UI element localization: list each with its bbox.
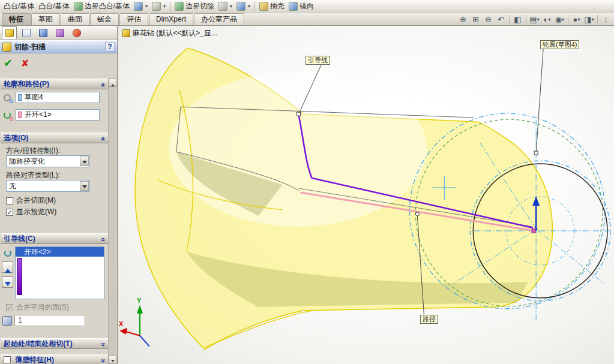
features-toolbar: 凸台/基体 凸台/基体 边界凸台/基体 边界切除 抽壳 镜向 (0, 0, 614, 13)
zoom-area-icon[interactable]: ⊞ (470, 14, 481, 25)
cancel-button[interactable]: ✘ (21, 58, 29, 69)
profile-row: 草图4 (2, 92, 100, 103)
guide-list-item[interactable]: 开环<2> (16, 247, 104, 257)
normal-to-icon[interactable]: ↕ (600, 14, 612, 25)
tab-propertymanager[interactable] (2, 26, 17, 39)
toolbar-button-mirror[interactable]: 镜向 (289, 0, 314, 12)
toolbar-separator (597, 15, 598, 23)
feature-title-bar: 切除-扫描 ? (0, 40, 117, 53)
profile-icon (2, 92, 13, 103)
hide-show-items-icon[interactable]: ◉ (554, 14, 565, 25)
apply-scene-icon[interactable]: ◨ (583, 14, 595, 25)
property-manager-panel: 切除-扫描 ? ✔ ✘ 轮廓和路径(P) 草图4 开环<1> 选项(O) 方向/… (0, 26, 118, 364)
merge-faces-checkbox[interactable] (6, 197, 13, 204)
profile-color-chip (18, 94, 22, 101)
profile-callout[interactable]: 轮廓(草图4) (540, 40, 579, 49)
toolbar-button-boss-2[interactable]: 凸台/基体 (38, 0, 69, 12)
section-thin-feature[interactable]: 薄壁特征(H) (1, 354, 108, 364)
tab-surfaces[interactable]: 曲面 (61, 13, 89, 25)
revolve-icon (134, 2, 143, 11)
path-row: 开环<1> (2, 109, 100, 121)
tab-dimxpertmanager[interactable] (52, 26, 67, 39)
zoom-out-icon[interactable]: ⊖ (483, 14, 494, 25)
z-axis-arrow-icon (140, 336, 149, 347)
move-down-button[interactable] (2, 276, 13, 288)
panel-scrollbar[interactable] (108, 79, 116, 364)
tab-office-products[interactable]: 办公室产品 (194, 13, 244, 25)
tab-configurationmanager[interactable] (35, 26, 50, 39)
zoom-fit-icon[interactable]: ⊕ (457, 14, 469, 25)
tangent-count-icon (2, 316, 12, 326)
feature-tree-root[interactable]: 麻花钻 (默认<<默认>_显... (122, 28, 217, 38)
show-preview-checkbox[interactable] (6, 209, 13, 216)
toolbar-button-boss-1[interactable]: 凸台/基体 (4, 0, 34, 12)
section-view-icon[interactable]: ◧ (512, 14, 523, 25)
edit-appearance-icon[interactable]: ● (571, 14, 582, 25)
guide-curves-list[interactable]: 开环<2> (15, 246, 104, 299)
scroll-down-icon[interactable] (109, 356, 116, 364)
previous-view-icon[interactable]: ↶ (495, 14, 507, 25)
help-button[interactable]: ? (105, 42, 115, 52)
fillet-icon (236, 2, 245, 11)
alignment-dropdown[interactable]: 无 (6, 180, 90, 192)
merge-smooth-checkbox[interactable] (6, 304, 13, 311)
graphics-area[interactable]: Y X 麻花钻 (默认<<默认>_显... 引导线 轮廓(草图4) 路径 (118, 26, 614, 364)
feature-tree-label: 麻花钻 (默认<<默认>_显... (133, 28, 217, 38)
toolbar-dropdown-1[interactable] (134, 0, 148, 12)
view-orientation-icon[interactable]: ▤ (529, 14, 540, 25)
guide-attach-marker (297, 112, 301, 116)
expand-chevron-icon (98, 341, 108, 348)
toolbar-button-boundary-boss[interactable]: 边界凸台/基体 (74, 0, 130, 12)
section-start-end-tangency[interactable]: 起始处/结束处相切(T) (1, 338, 108, 349)
path-attach-marker (415, 212, 419, 216)
tab-sheet-metal[interactable]: 钣金 (90, 13, 119, 25)
sweep-icon (152, 2, 161, 11)
tab-dimxpert[interactable]: DimXpert (149, 13, 193, 25)
section-options[interactable]: 选项(O) (1, 133, 108, 143)
toolbar-dropdown-4[interactable] (236, 0, 250, 12)
section-guide-curves[interactable]: 引导线(C) (1, 233, 108, 244)
dropdown-arrow-icon[interactable] (80, 181, 89, 191)
cut-sweep-icon (2, 43, 11, 52)
toolbar-dropdown-3[interactable] (218, 0, 232, 12)
profile-leader-line (536, 49, 543, 153)
tab-displaymanager[interactable] (69, 26, 84, 39)
merge-smooth-row: 合并平滑的面(S) (6, 302, 69, 312)
tab-evaluate[interactable]: 评估 (119, 13, 148, 25)
tangent-count-field[interactable]: 1 (14, 315, 85, 326)
dropdown-arrow-icon[interactable] (80, 157, 89, 166)
path-callout[interactable]: 路径 (420, 315, 438, 324)
y-axis-label: Y (137, 297, 142, 304)
path-endpoint-marker[interactable] (532, 229, 535, 233)
toolbar-separator (254, 1, 255, 11)
tab-features[interactable]: 特征 (2, 13, 31, 25)
toolbar-label: 凸台/基体 (38, 1, 69, 11)
display-style-icon[interactable]: ◐ (541, 14, 553, 25)
orientation-dropdown[interactable]: 随路径变化 (6, 155, 90, 167)
profile-selection-field[interactable]: 草图4 (16, 92, 100, 103)
section-profile-path[interactable]: 轮廓和路径(P) (1, 79, 108, 89)
move-up-button[interactable] (2, 261, 13, 273)
ok-button[interactable]: ✔ (4, 56, 13, 70)
propertymanager-icon (5, 29, 14, 37)
dimxpertmanager-icon (56, 29, 64, 37)
toolbar-dropdown-2[interactable] (152, 0, 166, 12)
heads-up-view-toolbar: ⊕ ⊞ ⊖ ↶ ◧ ▤ ◐ ◉ ● ◨ ↕ (457, 14, 612, 25)
thin-feature-checkbox[interactable] (4, 356, 11, 363)
collapse-chevron-icon (98, 236, 108, 243)
tab-featuremanager[interactable] (19, 26, 34, 39)
toolbar-button-shell[interactable]: 抽壳 (259, 0, 284, 12)
part-icon (122, 29, 130, 37)
model-canvas[interactable]: Y X (118, 26, 614, 364)
tab-sketch[interactable]: 草图 (31, 13, 60, 25)
confirm-row: ✔ ✘ (4, 56, 29, 70)
displaymanager-icon (73, 29, 81, 37)
guide-callout[interactable]: 引导线 (305, 56, 330, 65)
scroll-up-icon[interactable] (109, 79, 116, 87)
origin-triad: Y X (119, 297, 149, 347)
alignment-label: 路径对齐类型(L): (6, 170, 60, 181)
toolbar-button-boundary-cut[interactable]: 边界切除 (175, 0, 214, 12)
x-axis-arrow-icon (119, 328, 127, 335)
toolbar-label: 凸台/基体 (4, 1, 34, 11)
path-selection-field[interactable]: 开环<1> (16, 109, 100, 121)
